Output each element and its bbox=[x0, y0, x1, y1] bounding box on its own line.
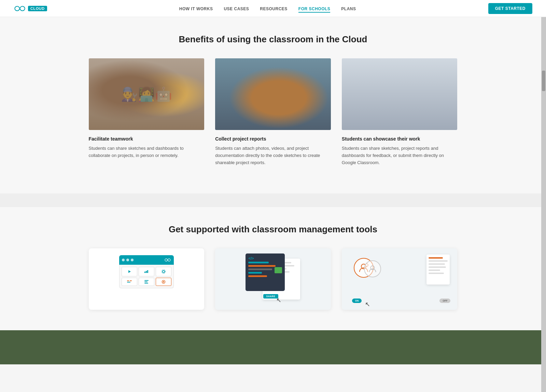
nav-item-plans[interactable]: PLANS bbox=[341, 5, 356, 12]
svg-rect-8 bbox=[152, 86, 177, 110]
code-line-2 bbox=[248, 265, 275, 267]
svg-rect-31 bbox=[257, 100, 296, 125]
code-container: </> SHARE ↖ bbox=[246, 253, 300, 305]
benefit-card-teamwork: Facilitate teamwork Students can share s… bbox=[89, 58, 205, 166]
svg-point-14 bbox=[140, 101, 149, 107]
bars-icon bbox=[144, 280, 149, 284]
svg-rect-57 bbox=[448, 117, 451, 130]
nav-item-for-schools[interactable]: FOR SCHOOLS bbox=[298, 5, 331, 12]
get-started-button[interactable]: GET STARTED bbox=[488, 3, 532, 14]
teamwork-image bbox=[89, 58, 205, 130]
students-illustration: ✓ bbox=[342, 248, 458, 310]
dash-dot-1 bbox=[122, 259, 125, 261]
student-doc-line-1 bbox=[429, 257, 443, 259]
code-line-1 bbox=[248, 262, 268, 263]
tool-card-code: </> SHARE ↖ bbox=[215, 248, 331, 310]
svg-point-2 bbox=[121, 72, 140, 93]
scrollbar-thumb[interactable] bbox=[542, 71, 545, 91]
gear-settings-icon bbox=[162, 280, 166, 284]
logo[interactable]: CLOUD bbox=[14, 5, 47, 12]
benefits-title: Benefits of using the classroom in the C… bbox=[89, 34, 458, 45]
student-profile-ghost bbox=[364, 260, 381, 277]
svg-rect-30 bbox=[250, 112, 304, 130]
student-doc-line-5 bbox=[429, 270, 440, 271]
svg-text:Arduino Education: Arduino Education bbox=[412, 82, 434, 85]
project-image bbox=[215, 58, 331, 130]
svg-rect-37 bbox=[254, 123, 300, 130]
svg-rect-55 bbox=[403, 112, 453, 117]
svg-rect-32 bbox=[260, 102, 294, 123]
dashboard-inner bbox=[119, 255, 174, 303]
teamwork-illustration bbox=[89, 58, 205, 130]
section-divider bbox=[0, 193, 546, 207]
play-icon bbox=[127, 270, 131, 274]
code-line-4 bbox=[248, 272, 262, 274]
code-window: </> bbox=[246, 253, 285, 291]
code-line-5 bbox=[248, 275, 267, 277]
benefit-desc-showcase: Students can share sketches, project rep… bbox=[342, 145, 458, 166]
benefit-title-teamwork: Facilitate teamwork bbox=[89, 136, 205, 142]
svg-marker-60 bbox=[128, 270, 131, 273]
toggle-off-badge[interactable]: OFF bbox=[439, 299, 450, 303]
nav-item-how-it-works[interactable]: HOW IT WORKS bbox=[179, 5, 213, 12]
svg-rect-67 bbox=[130, 280, 132, 281]
svg-rect-42 bbox=[392, 61, 454, 104]
svg-rect-36 bbox=[262, 114, 281, 116]
svg-point-73 bbox=[163, 281, 164, 282]
svg-rect-71 bbox=[144, 281, 148, 282]
svg-point-52 bbox=[420, 94, 433, 106]
toggle-on-badge[interactable]: ON bbox=[352, 299, 362, 303]
svg-point-12 bbox=[149, 98, 152, 101]
svg-rect-25 bbox=[223, 77, 226, 85]
code-line-3 bbox=[248, 268, 272, 270]
dash-cell-5 bbox=[139, 278, 154, 286]
green-box bbox=[275, 267, 282, 273]
svg-point-15 bbox=[157, 100, 166, 106]
dashboard-illustration bbox=[89, 248, 205, 310]
svg-point-47 bbox=[367, 81, 378, 92]
svg-rect-66 bbox=[127, 280, 129, 281]
svg-rect-6 bbox=[171, 92, 179, 106]
nav-item-resources[interactable]: RESOURCES bbox=[260, 5, 288, 12]
svg-rect-1 bbox=[89, 104, 205, 130]
student-doc-card bbox=[426, 255, 450, 285]
benefit-card-showcase: Welcome Arduino Education bbox=[342, 58, 458, 166]
svg-rect-17 bbox=[215, 58, 246, 130]
cursor-2-icon: ↖ bbox=[365, 301, 370, 308]
dash-cell-3 bbox=[156, 267, 171, 276]
benefit-title-project: Collect project reports bbox=[215, 136, 331, 142]
tools-icon bbox=[127, 280, 132, 283]
svg-rect-33 bbox=[262, 105, 277, 107]
student-doc-line-3 bbox=[429, 263, 445, 265]
scrollbar-track[interactable] bbox=[541, 0, 546, 364]
dash-infinity-icon bbox=[164, 258, 171, 262]
code-tag-icon: </> bbox=[248, 256, 282, 260]
svg-point-53 bbox=[422, 92, 431, 101]
svg-rect-70 bbox=[144, 280, 149, 281]
share-button[interactable]: SHARE bbox=[263, 294, 278, 299]
student-doc-line-4 bbox=[429, 266, 446, 268]
dash-cell-1 bbox=[122, 267, 137, 276]
project-illustration bbox=[215, 58, 331, 130]
nav-item-use-cases[interactable]: USE CASES bbox=[224, 5, 249, 12]
dash-cell-6 bbox=[156, 278, 171, 286]
svg-rect-11 bbox=[156, 92, 160, 95]
svg-point-7 bbox=[155, 68, 172, 85]
svg-rect-9 bbox=[146, 94, 162, 106]
svg-rect-19 bbox=[215, 85, 246, 86]
dash-body bbox=[119, 265, 174, 288]
svg-rect-21 bbox=[217, 61, 222, 69]
gear-icon bbox=[162, 270, 166, 274]
svg-rect-23 bbox=[227, 61, 233, 69]
benefits-grid: Facilitate teamwork Students can share s… bbox=[89, 58, 458, 166]
svg-rect-63 bbox=[147, 270, 148, 273]
svg-text:Welcome: Welcome bbox=[415, 76, 431, 79]
svg-rect-43 bbox=[393, 63, 452, 102]
student-doc-line-2 bbox=[429, 260, 448, 262]
svg-rect-50 bbox=[381, 98, 388, 113]
svg-rect-62 bbox=[146, 271, 147, 273]
infinity-icon bbox=[14, 5, 26, 12]
management-title: Get supported with classroom management … bbox=[89, 224, 458, 235]
svg-rect-49 bbox=[356, 98, 363, 113]
dash-header bbox=[119, 255, 174, 265]
